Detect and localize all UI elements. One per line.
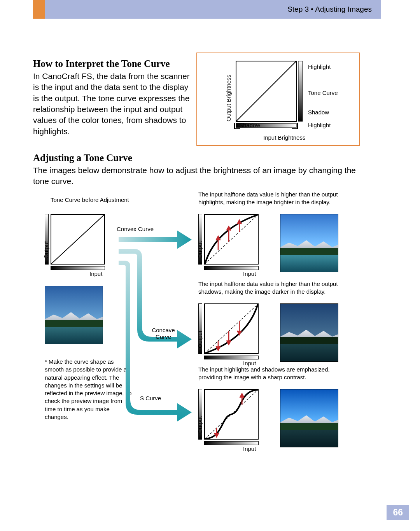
footnote: * Make the curve shape as smooth as poss…	[45, 358, 132, 421]
scurve-desc: The input highlights and shadows are emp…	[198, 366, 342, 382]
graph-concave: Output Input	[198, 303, 261, 364]
graph-convex: Output Input	[198, 214, 261, 274]
before-label: Tone Curve before Adjustment	[51, 196, 129, 203]
sample-image-original	[45, 286, 103, 344]
input-gradient-icon	[204, 356, 259, 359]
sample-image-dark	[280, 303, 338, 362]
flow-label-scurve: S Curve	[140, 395, 161, 401]
svg-line-5	[205, 215, 258, 264]
axis-output: Output	[43, 241, 49, 259]
axis-output: Output	[196, 331, 203, 348]
curve-s	[205, 390, 258, 439]
graph-scurve: Output Input	[198, 389, 261, 449]
plot-area-convex	[204, 214, 259, 265]
section2-body: The images below demonstrate how to adju…	[33, 165, 371, 187]
svg-line-4	[51, 215, 104, 264]
axis-input: Input	[89, 270, 102, 277]
section1-heading: How to Interpret the Tone Curve	[33, 58, 381, 69]
axis-input: Input	[243, 270, 256, 277]
graph-before: Output Input	[45, 214, 107, 274]
convex-desc: The input halftone data value is higher …	[198, 191, 342, 207]
flow-label-convex: Convex Curve	[117, 226, 154, 232]
concave-desc: The input halftone data value is higher …	[198, 280, 342, 296]
curve-identity	[51, 215, 104, 264]
input-gradient-icon	[204, 441, 259, 445]
plot-area-scurve	[204, 389, 259, 440]
input-gradient-icon	[51, 266, 105, 270]
section2-heading: Adjusting a Tone Curve	[33, 152, 381, 163]
input-gradient-icon	[204, 266, 259, 270]
section1-body: In CanoCraft FS, the data from the scann…	[33, 71, 196, 137]
axis-output: Output	[196, 416, 203, 434]
axis-output: Output	[196, 241, 203, 259]
curve-concave	[205, 304, 258, 353]
plot-area-concave	[204, 303, 259, 354]
flow-arrows-icon	[119, 226, 192, 471]
sample-image-bright	[280, 214, 338, 272]
page-header: Step 3 • Adjusting Images	[33, 0, 381, 19]
page-content: How to Interpret the Tone Curve In CanoC…	[33, 58, 381, 187]
axis-input: Input	[243, 445, 256, 452]
header-title: Step 3 • Adjusting Images	[287, 5, 372, 14]
curve-convex	[205, 215, 258, 264]
flow-label-concave: Concave Curve	[148, 327, 179, 340]
sample-image-contrast	[280, 389, 338, 447]
plot-area-before	[51, 214, 105, 265]
header-accent	[33, 0, 45, 19]
page-number: 66	[387, 505, 409, 520]
svg-line-9	[205, 304, 258, 353]
